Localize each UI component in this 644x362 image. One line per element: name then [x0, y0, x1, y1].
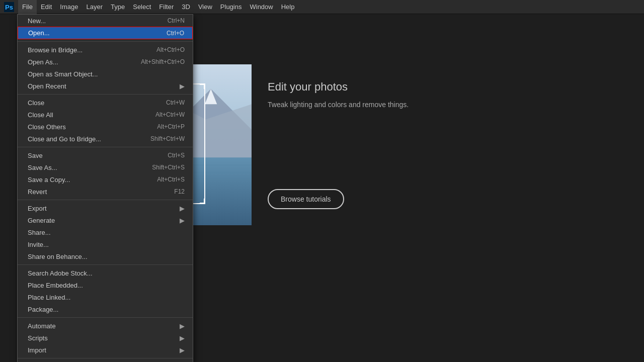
menu-3d[interactable]: 3D	[178, 0, 194, 14]
menu-item-close-others[interactable]: Close Others Alt+Ctrl+P	[18, 121, 193, 133]
menu-image[interactable]: Image	[56, 0, 82, 14]
app-logo: Ps	[2, 0, 16, 14]
divider-3	[18, 147, 193, 147]
divider-1	[18, 41, 193, 42]
divider-2	[18, 94, 193, 95]
menubar: Ps File Edit Image Layer Type Select Fil…	[0, 0, 644, 14]
divider-7	[18, 358, 193, 358]
menu-file[interactable]: File	[18, 0, 37, 14]
menu-item-scripts[interactable]: Scripts ▶	[18, 332, 193, 344]
menu-item-save-as[interactable]: Save As... Shift+Ctrl+S	[18, 161, 193, 173]
feature-heading: Edit your photos	[268, 80, 409, 94]
menu-item-share[interactable]: Share...	[18, 226, 193, 238]
menu-filter[interactable]: Filter	[155, 0, 178, 14]
menu-window[interactable]: Window	[246, 0, 277, 14]
menu-edit[interactable]: Edit	[37, 0, 56, 14]
browse-tutorials-button[interactable]: Browse tutorials	[268, 189, 344, 209]
menu-item-save[interactable]: Save Ctrl+S	[18, 149, 193, 161]
menu-item-close[interactable]: Close Ctrl+W	[18, 97, 193, 109]
menu-item-invite[interactable]: Invite...	[18, 238, 193, 250]
menu-layer[interactable]: Layer	[83, 0, 107, 14]
divider-5	[18, 264, 193, 265]
menu-view[interactable]: View	[194, 0, 216, 14]
menu-item-open-smart[interactable]: Open as Smart Object...	[18, 68, 193, 80]
menu-item-close-go-bridge[interactable]: Close and Go to Bridge... Shift+Ctrl+W	[18, 133, 193, 145]
menu-item-export[interactable]: Export ▶	[18, 202, 193, 214]
submenu-arrow-scripts: ▶	[180, 334, 185, 342]
submenu-arrow-export: ▶	[180, 205, 185, 212]
menu-item-save-copy[interactable]: Save a Copy... Alt+Ctrl+S	[18, 173, 193, 186]
menu-item-new[interactable]: New... Ctrl+N	[18, 15, 193, 27]
menu-item-import[interactable]: Import ▶	[18, 344, 193, 356]
feature-info: Edit your photos Tweak lighting and colo…	[252, 64, 425, 225]
divider-6	[18, 317, 193, 318]
menu-item-automate[interactable]: Automate ▶	[18, 320, 193, 332]
feature-description: Tweak lighting and colors and remove thi…	[268, 100, 409, 110]
menu-help[interactable]: Help	[277, 0, 299, 14]
menu-item-open-as[interactable]: Open As... Alt+Shift+Ctrl+O	[18, 56, 193, 68]
menu-item-share-behance[interactable]: Share on Behance...	[18, 250, 193, 262]
svg-text:Ps: Ps	[5, 4, 13, 11]
file-dropdown-menu: New... Ctrl+N Open... Ctrl+O Browse in B…	[17, 14, 193, 362]
menu-item-generate[interactable]: Generate ▶	[18, 214, 193, 226]
menu-item-search-stock[interactable]: Search Adobe Stock...	[18, 267, 193, 279]
menu-type[interactable]: Type	[107, 0, 129, 14]
menu-item-browse-bridge[interactable]: Browse in Bridge... Alt+Ctrl+O	[18, 44, 193, 56]
submenu-arrow-import: ▶	[180, 346, 185, 354]
menu-item-place-linked[interactable]: Place Linked...	[18, 291, 193, 303]
menu-plugins[interactable]: Plugins	[216, 0, 246, 14]
submenu-arrow-generate: ▶	[180, 217, 185, 224]
menu-item-close-all[interactable]: Close All Alt+Ctrl+W	[18, 109, 193, 121]
menu-item-revert[interactable]: Revert F12	[18, 186, 193, 198]
menu-item-place-embedded[interactable]: Place Embedded...	[18, 279, 193, 291]
submenu-arrow-automate: ▶	[180, 322, 185, 330]
menu-select[interactable]: Select	[129, 0, 155, 14]
menu-item-package[interactable]: Package...	[18, 303, 193, 315]
menu-item-open-recent[interactable]: Open Recent ▶	[18, 80, 193, 92]
divider-4	[18, 200, 193, 200]
menu-item-open[interactable]: Open... Ctrl+O	[18, 27, 193, 39]
submenu-arrow-open-recent: ▶	[180, 82, 185, 90]
